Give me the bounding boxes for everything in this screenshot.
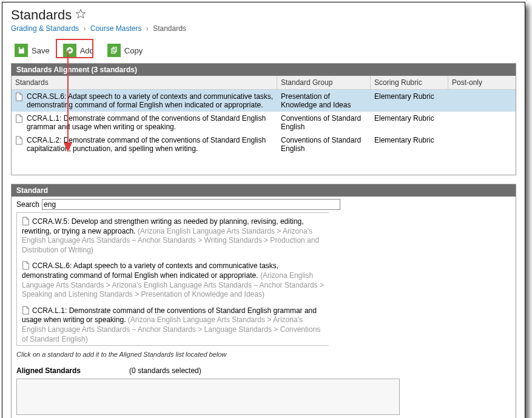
svg-rect-3	[113, 47, 116, 52]
table-row[interactable]: CCRA.L.1: Demonstrate command of the con…	[12, 112, 516, 133]
table-row[interactable]: CCRA.L.2: Demonstrate command of the con…	[12, 133, 516, 155]
add-button[interactable]: Add	[59, 41, 100, 59]
standard-group: Conventions of Standard English	[277, 112, 371, 133]
table-row[interactable]: CCRA.SL.6: Adapt speech to a variety of …	[12, 90, 516, 112]
list-item[interactable]: CCRA.W.5: Develop and strengthen writing…	[22, 217, 324, 255]
aligned-standards-label: Aligned Standards	[16, 366, 81, 375]
breadcrumb-link-course-masters[interactable]: Course Masters	[90, 24, 142, 33]
aligned-standards-count: (0 standards selected)	[129, 366, 201, 375]
search-input[interactable]	[42, 199, 340, 210]
standards-alignment-panel: Standards Alignment (3 standards) Standa…	[11, 63, 516, 175]
list-item[interactable]: CCRA.SL.6: Adapt speech to a variety of …	[22, 261, 324, 299]
hint-add: Click on a standard to add it to the Ali…	[16, 351, 516, 358]
add-button-label: Add	[80, 46, 94, 55]
col-header-standards: Standards	[12, 76, 277, 89]
col-header-rubric: Scoring Rubric	[371, 76, 448, 89]
copy-icon	[107, 44, 121, 57]
search-results-list[interactable]: CCRA.W.5: Develop and strengthen writing…	[16, 212, 329, 346]
standard-group: Presentation of Knowledge and Ideas	[277, 90, 371, 112]
breadcrumb: Grading & Standards › Course Masters › S…	[11, 24, 516, 33]
search-label: Search	[16, 200, 39, 209]
document-icon	[22, 306, 30, 315]
breadcrumb-link-grading[interactable]: Grading & Standards	[11, 24, 79, 33]
chevron-right-icon: ›	[83, 24, 86, 33]
standard-text: CCRA.L.2: Demonstrate command of the con…	[27, 136, 274, 153]
standard-group: Conventions of Standard English	[277, 133, 371, 155]
post-only-cell	[448, 90, 516, 112]
standard-text: CCRA.L.1: Demonstrate command of the con…	[27, 114, 274, 131]
copy-button-label: Copy	[124, 46, 143, 55]
save-button-label: Save	[32, 46, 50, 55]
copy-button[interactable]: Copy	[104, 41, 149, 59]
scoring-rubric: Elementary Rubric	[371, 112, 448, 133]
post-only-cell	[448, 133, 516, 155]
scoring-rubric: Elementary Rubric	[371, 133, 448, 155]
standards-alignment-header: Standards Alignment (3 standards)	[12, 64, 516, 76]
chevron-right-icon: ›	[146, 24, 149, 33]
list-item[interactable]: CCRA.L.1: Demonstrate command of the con…	[22, 306, 324, 344]
document-icon	[22, 261, 30, 270]
favorite-star-icon[interactable]	[75, 8, 86, 22]
document-icon	[15, 92, 23, 101]
document-icon	[22, 217, 30, 226]
standard-panel-header: Standard	[12, 184, 516, 197]
result-title: CCRA.SL.6: Adapt speech to a variety of …	[22, 261, 278, 280]
document-icon	[15, 114, 23, 123]
save-button[interactable]: Save	[11, 41, 56, 59]
plus-circle-icon	[63, 44, 76, 57]
aligned-standards-box[interactable]	[16, 379, 400, 415]
page-title: Standards	[11, 7, 72, 23]
standard-search-panel: Standard Search CCRA.W.5: Develop and st…	[11, 184, 516, 418]
standard-text: CCRA.SL.6: Adapt speech to a variety of …	[27, 92, 274, 109]
post-only-cell	[448, 112, 516, 133]
save-icon	[15, 44, 28, 57]
svg-marker-0	[76, 10, 86, 18]
col-header-group: Standard Group	[277, 76, 371, 89]
svg-rect-2	[112, 49, 115, 53]
document-icon	[15, 136, 23, 145]
alignment-table-header: Standards Standard Group Scoring Rubric …	[12, 76, 516, 90]
scoring-rubric: Elementary Rubric	[371, 90, 448, 112]
breadcrumb-current: Standards	[153, 24, 186, 33]
col-header-post: Post-only	[448, 76, 516, 89]
